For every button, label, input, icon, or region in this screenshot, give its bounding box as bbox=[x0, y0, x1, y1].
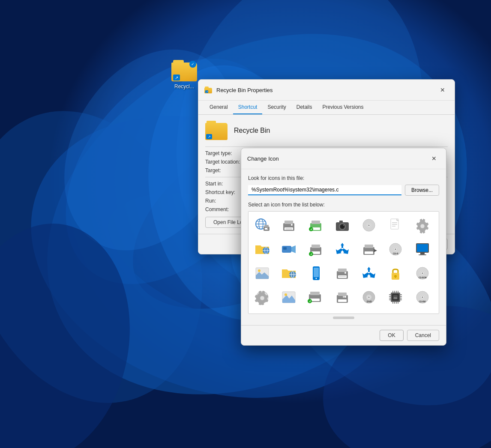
icon-cell-printer-check2[interactable]: ✓ bbox=[305, 238, 327, 260]
icon-cell-printer-check[interactable]: ✓ bbox=[305, 214, 327, 236]
gear2-icon bbox=[254, 289, 270, 305]
browse-button[interactable]: Browse... bbox=[405, 185, 439, 196]
svg-rect-116 bbox=[389, 296, 391, 297]
tab-shortcut[interactable]: Shortcut bbox=[233, 101, 263, 114]
svg-rect-77 bbox=[314, 268, 319, 277]
printer-arrow-icon bbox=[361, 241, 377, 257]
svg-point-72 bbox=[258, 269, 260, 272]
tab-previous-versions[interactable]: Previous Versions bbox=[317, 101, 368, 114]
svg-rect-124 bbox=[394, 291, 395, 293]
icon-cell-printer4[interactable] bbox=[331, 262, 353, 284]
icon-cell-dvd[interactable]: DVD bbox=[358, 286, 380, 308]
svg-rect-128 bbox=[394, 302, 395, 304]
icon-cell-printer7[interactable] bbox=[305, 310, 327, 314]
camera-icon bbox=[334, 217, 350, 233]
cd-rw-icon: CD-RW bbox=[414, 289, 431, 305]
file-path-input[interactable] bbox=[248, 185, 401, 195]
icon-cell-gear1[interactable] bbox=[411, 214, 434, 236]
svg-text:DVD: DVD bbox=[367, 300, 372, 303]
printer6-icon bbox=[334, 289, 350, 305]
properties-tabs: General Shortcut Security Details Previo… bbox=[198, 101, 455, 115]
item-name: Recycle Bin bbox=[234, 127, 270, 134]
svg-point-83 bbox=[344, 272, 346, 274]
icon-cell-printer6[interactable] bbox=[331, 286, 353, 308]
change-icon-cancel-button[interactable]: Cancel bbox=[407, 330, 439, 341]
recycle-bin-desktop-icon[interactable]: ↗ ✓ Recycl... bbox=[167, 60, 201, 90]
properties-close-button[interactable]: ✕ bbox=[437, 84, 449, 96]
picture3-icon bbox=[281, 313, 297, 314]
icon-cell-recycle2[interactable] bbox=[358, 262, 380, 284]
svg-text:256: 256 bbox=[394, 297, 398, 299]
cd-r-icon: CD-R bbox=[387, 241, 404, 257]
svg-rect-129 bbox=[396, 302, 397, 304]
icon-cell-cd-r[interactable]: CD-R bbox=[384, 238, 407, 260]
svg-point-106 bbox=[343, 296, 344, 298]
gear1-icon bbox=[414, 217, 431, 233]
icon-cell-picture3[interactable] bbox=[278, 310, 300, 314]
icon-cell-cd-rw[interactable]: CD-RW bbox=[411, 286, 434, 308]
svg-text:✓: ✓ bbox=[310, 253, 312, 256]
icon-cell-document[interactable] bbox=[384, 214, 407, 236]
svg-point-96 bbox=[284, 293, 287, 296]
svg-point-105 bbox=[344, 296, 346, 298]
desktop-icon-label: Recycl... bbox=[173, 83, 196, 90]
svg-rect-126 bbox=[398, 291, 398, 293]
icon-cell-gear3[interactable] bbox=[251, 310, 273, 314]
tab-security[interactable]: Security bbox=[262, 101, 291, 114]
svg-rect-122 bbox=[400, 299, 402, 300]
icon-cell-printer-check3[interactable]: ✓ bbox=[305, 286, 327, 308]
svg-rect-24 bbox=[285, 228, 292, 229]
icon-cell-phone[interactable] bbox=[305, 262, 327, 284]
document-icon bbox=[387, 217, 404, 233]
tab-details[interactable]: Details bbox=[291, 101, 317, 114]
svg-marker-60 bbox=[374, 249, 377, 252]
svg-marker-50 bbox=[291, 245, 296, 253]
printer-check3-icon: ✓ bbox=[308, 289, 324, 305]
change-icon-close-button[interactable]: ✕ bbox=[428, 152, 440, 164]
folder-globe-icon bbox=[254, 241, 270, 257]
icon-cell-printer-arrow[interactable] bbox=[358, 238, 380, 260]
recycle2-icon bbox=[361, 265, 377, 281]
svg-rect-22 bbox=[284, 221, 293, 224]
properties-window-title: Recycle Bin Properties bbox=[216, 87, 437, 93]
icon-cell-gear2[interactable] bbox=[251, 286, 273, 308]
svg-rect-86 bbox=[395, 276, 396, 278]
svg-rect-125 bbox=[396, 291, 397, 293]
change-icon-titlebar: Change Icon ✕ bbox=[241, 148, 446, 169]
recycle-bin-icon-graphic: ↗ ✓ bbox=[171, 60, 197, 81]
icon-cell-monitor1[interactable] bbox=[411, 238, 434, 260]
svg-rect-121 bbox=[400, 298, 402, 299]
icon-cell-picture2[interactable] bbox=[278, 286, 300, 308]
change-icon-ok-button[interactable]: OK bbox=[380, 330, 403, 341]
icon-cell-folder-globe2[interactable] bbox=[278, 262, 300, 284]
svg-rect-25 bbox=[285, 230, 292, 230]
phone-icon bbox=[308, 265, 324, 281]
svg-rect-119 bbox=[400, 294, 402, 295]
folder-arrow-badge: ↗ bbox=[173, 75, 180, 81]
icon-cell-cd1[interactable] bbox=[358, 214, 380, 236]
icon-cell-recycle1[interactable] bbox=[331, 238, 353, 260]
recycle1-icon bbox=[334, 241, 350, 257]
icon-cell-cd-rom[interactable]: CD-ROM bbox=[411, 262, 434, 284]
change-icon-title: Change Icon bbox=[247, 155, 428, 162]
change-icon-content: Look for icons in this file: Browse... S… bbox=[241, 169, 446, 325]
svg-point-40 bbox=[368, 224, 370, 226]
icon-cell-folder-globe[interactable] bbox=[251, 238, 273, 260]
icon-cell-printer1[interactable] bbox=[278, 214, 300, 236]
tab-general[interactable]: General bbox=[204, 101, 233, 114]
icon-cell-lock[interactable] bbox=[384, 262, 407, 284]
icon-cell-chip[interactable]: 256 bbox=[384, 286, 407, 308]
svg-rect-103 bbox=[338, 293, 347, 296]
picture2-icon bbox=[281, 289, 297, 305]
icon-cell-camera[interactable] bbox=[331, 214, 353, 236]
svg-rect-82 bbox=[339, 276, 346, 277]
svg-rect-68 bbox=[420, 253, 425, 254]
svg-rect-127 bbox=[392, 302, 393, 304]
svg-point-93 bbox=[260, 296, 264, 300]
svg-rect-120 bbox=[400, 296, 402, 297]
icon-cell-globe-printer[interactable] bbox=[251, 214, 273, 236]
icon-cell-picture1[interactable] bbox=[251, 262, 273, 284]
icon-grid-scrollbar[interactable] bbox=[333, 317, 354, 319]
svg-point-20 bbox=[267, 228, 268, 229]
icon-cell-video-camera[interactable] bbox=[278, 238, 300, 260]
